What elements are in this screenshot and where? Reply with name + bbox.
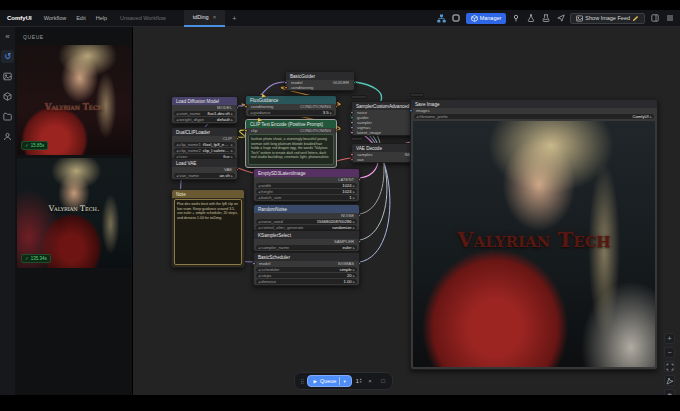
execution-tag xyxy=(410,93,424,97)
widget-filename-prefix[interactable]: filename_prefixComfyUI xyxy=(414,114,654,119)
play-icon: ▶ xyxy=(313,379,316,384)
prompt-textarea[interactable]: fashion photo shoot, a stunningly beauti… xyxy=(248,134,334,165)
widget-scheduler[interactable]: schedulersimple xyxy=(256,267,357,272)
letterbox-top xyxy=(0,0,680,10)
queue-controls-bar: ⠿ ▶ Queue ▾ 1 ▴▾ × □ xyxy=(294,372,393,390)
node-title[interactable]: FluxGuidance xyxy=(246,96,336,104)
widget-batch-size[interactable]: batch_size1 xyxy=(256,195,357,200)
widget-denoise[interactable]: denoise1.00 xyxy=(256,279,357,284)
widget-weight-dtype[interactable]: weight_dtypedefault xyxy=(174,117,235,122)
select-mode-button[interactable] xyxy=(664,375,675,386)
widget-height[interactable]: height1024 xyxy=(256,189,357,194)
menu-help[interactable]: Help xyxy=(91,15,112,21)
node-title[interactable]: Note xyxy=(172,190,244,198)
result-image xyxy=(17,45,131,155)
menu-edit[interactable]: Edit xyxy=(71,15,90,21)
execution-tag xyxy=(351,95,367,99)
node-title[interactable]: RandomNoise xyxy=(254,205,359,213)
clear-queue-button[interactable]: × xyxy=(365,378,374,384)
zoom-in-button[interactable]: + xyxy=(664,333,675,344)
queue-result-thumbnail[interactable]: Valyrian Tech. ✓ 135.34s xyxy=(17,158,131,268)
batch-count[interactable]: 1 ▴▾ xyxy=(356,378,362,384)
queue-dropdown-icon[interactable]: ▾ xyxy=(343,379,345,384)
node-title[interactable]: BasicScheduler xyxy=(254,253,359,261)
node-load-diffusion-model[interactable]: Load Diffusion Model MODEL unet_nameflux… xyxy=(171,96,238,124)
link-direction-arrow xyxy=(262,94,267,99)
manager-button[interactable]: Manager xyxy=(466,13,507,24)
panel-toggle-icon[interactable] xyxy=(649,13,660,24)
sidebar-rail: « ↺ xyxy=(0,27,15,395)
node-title[interactable]: Load VAE xyxy=(172,159,237,167)
execution-time-badge: ✓ 15.85s xyxy=(21,141,48,150)
canvas-zoom-tools: + − ◉ xyxy=(664,333,675,400)
sidebar-item-gallery[interactable] xyxy=(1,70,14,83)
widget-unet-name[interactable]: unet_nameflux1-dev.sft xyxy=(174,111,235,116)
node-flux-guidance[interactable]: FluxGuidance conditioningCONDITIONING gu… xyxy=(245,95,337,117)
node-title[interactable]: DualCLIPLoader xyxy=(172,128,237,136)
widget-steps[interactable]: steps20 xyxy=(256,273,357,278)
pin-icon[interactable] xyxy=(510,13,521,24)
note-text[interactable]: Flux dev works best with the fp8 clip on… xyxy=(174,199,242,265)
link-direction-arrow xyxy=(258,118,263,123)
queue-panel: QUEUE Valyrian Tech ✓ 15.85s Valyrian Te… xyxy=(15,27,133,395)
execution-time-badge: ✓ 135.34s xyxy=(21,254,51,263)
stop-icon[interactable] xyxy=(451,13,462,24)
widget-vae-name[interactable]: vae_nameae.sft xyxy=(174,173,235,178)
check-icon: ✓ xyxy=(25,256,29,261)
node-dual-clip-loader[interactable]: DualCLIPLoader CLIP clip_name1t5xxl_fp8_… xyxy=(171,127,238,161)
workflow-name: Unsaved Workflow xyxy=(112,15,174,21)
node-random-noise[interactable]: RandomNoise NOISE noise_seed156680208700… xyxy=(253,204,360,232)
node-basic-scheduler[interactable]: BasicScheduler modelSIGMAS schedulersimp… xyxy=(253,252,360,286)
widget-width[interactable]: width1024 xyxy=(256,183,357,188)
result-image xyxy=(17,158,131,268)
share-workflow-icon[interactable] xyxy=(436,13,447,24)
paint-icon xyxy=(632,15,639,22)
widget-clip-name1[interactable]: clip_name1t5xxl_fp8_e4m3fn.safetensors xyxy=(174,142,235,147)
new-tab-button[interactable]: + xyxy=(225,15,243,22)
tab-close-icon[interactable]: × xyxy=(213,14,217,20)
queue-result-thumbnail[interactable]: Valyrian Tech ✓ 15.85s xyxy=(17,45,131,155)
workflow-tab[interactable]: tdDing × xyxy=(184,10,225,27)
node-basic-guider[interactable]: BasicGuider modelGUIDER conditioning xyxy=(285,71,355,91)
node-title[interactable]: Load Diffusion Model xyxy=(172,97,237,105)
node-load-vae[interactable]: Load VAE VAE vae_nameae.sft xyxy=(171,158,238,180)
widget-clip-name2[interactable]: clip_name2clip_l.safetensors xyxy=(174,148,235,153)
node-title[interactable]: KSamplerSelect xyxy=(254,231,359,239)
sidebar-item-queue[interactable]: ↺ xyxy=(1,50,14,63)
menubar-actions: Manager Show Image Feed xyxy=(436,13,680,24)
interrupt-button[interactable]: □ xyxy=(378,378,387,384)
queue-button[interactable]: ▶ Queue ▾ xyxy=(307,375,351,387)
widget-noise-seed[interactable]: noise_seed156680208700286 xyxy=(256,219,357,224)
node-title[interactable]: Save Image xyxy=(411,100,657,108)
node-note[interactable]: Note Flux dev works best with the fp8 cl… xyxy=(171,189,245,268)
node-clip-text-encode[interactable]: CLIP Text Encode (Positive Prompt) clipC… xyxy=(245,119,337,168)
comfyui-logo[interactable]: ComfyUI xyxy=(0,15,39,21)
node-title[interactable]: BasicGuider xyxy=(286,72,354,80)
queue-panel-title: QUEUE xyxy=(15,27,132,45)
sidebar-item-workflows[interactable] xyxy=(1,110,14,123)
manager-label: Manager xyxy=(480,15,502,21)
collapse-sidebar-icon[interactable]: « xyxy=(1,30,14,43)
widget-sampler-name[interactable]: sampler_nameeuler xyxy=(256,245,357,250)
tab-label: tdDing xyxy=(193,14,209,20)
fit-view-button[interactable] xyxy=(664,361,675,372)
widget-guidance[interactable]: guidance3.5 xyxy=(248,110,334,115)
beaker-icon[interactable] xyxy=(540,13,551,24)
count-down-icon[interactable]: ▾ xyxy=(360,381,362,384)
menubar: ComfyUI Workflow Edit Help Unsaved Workf… xyxy=(0,10,680,27)
zoom-out-button[interactable]: − xyxy=(664,347,675,358)
node-ksampler-select[interactable]: KSamplerSelect SAMPLER sampler_nameeuler xyxy=(253,230,360,252)
node-title[interactable]: EmptySD3LatentImage xyxy=(254,169,359,177)
show-image-feed-button[interactable]: Show Image Feed xyxy=(570,13,645,24)
sidebar-item-models[interactable] xyxy=(1,90,14,103)
show-image-feed-label: Show Image Feed xyxy=(585,15,630,21)
drag-handle[interactable]: ⠿ xyxy=(300,378,303,385)
menu-workflow[interactable]: Workflow xyxy=(39,15,72,21)
flask-icon[interactable] xyxy=(525,13,536,24)
app-frame: ComfyUI Workflow Edit Help Unsaved Workf… xyxy=(0,0,680,411)
menu-icon[interactable] xyxy=(664,13,675,24)
node-empty-sd3-latent-image[interactable]: EmptySD3LatentImage LATENT width1024 hei… xyxy=(253,168,360,202)
sidebar-item-nodes[interactable] xyxy=(1,130,14,143)
node-save-image[interactable]: Save Image images filename_prefixComfyUI… xyxy=(410,99,658,370)
send-icon[interactable] xyxy=(555,13,566,24)
